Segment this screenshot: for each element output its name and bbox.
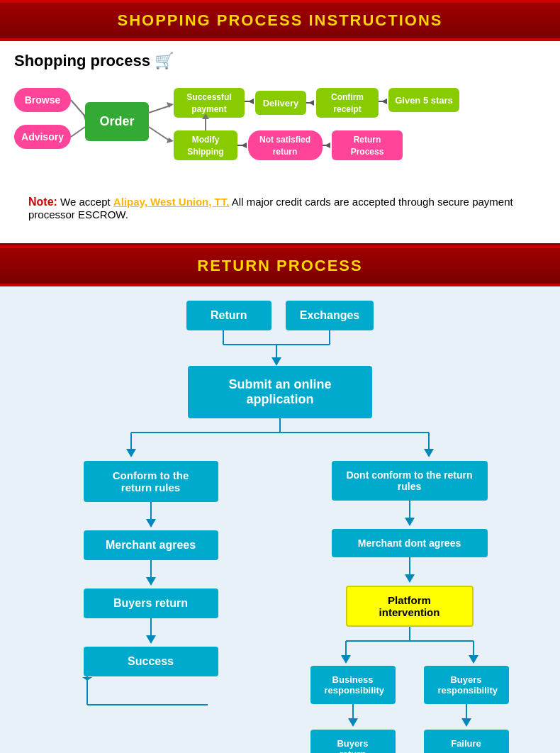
svg-marker-12 (167, 138, 174, 143)
svg-marker-48 (271, 357, 281, 366)
two-columns: Conform to the return rules Merchant agr… (32, 461, 528, 753)
feedback-arrow (80, 676, 222, 719)
arrow-not-conform (399, 501, 420, 529)
arrow-merchant (140, 560, 162, 589)
note-highlighted: Alipay, West Union, TT. (113, 196, 230, 208)
svg-line-5 (71, 127, 85, 137)
header-title: SHOPPING PROCESS INSTRUCTIONS (0, 11, 560, 30)
shopping-flow-diagram: Browse Advisory Order Succ (14, 81, 546, 187)
svg-text:return: return (273, 147, 298, 157)
note-text-before: We accept (60, 196, 113, 208)
page-wrapper: SHOPPING PROCESS INSTRUCTIONS Shopping p… (0, 0, 560, 753)
svg-marker-77 (461, 718, 471, 727)
merchant-agrees-box: Merchant agrees (84, 530, 218, 560)
svg-marker-54 (424, 449, 434, 457)
note-label: Note: (28, 196, 57, 208)
left-column: Conform to the return rules Merchant agr… (32, 461, 269, 719)
return-box: Return (186, 301, 271, 330)
svg-text:payment: payment (191, 104, 226, 114)
arrow-conform (140, 502, 162, 530)
buyers-col: Buyers responsibility Failure (417, 666, 516, 753)
svg-text:Not satisfied: Not satisfied (259, 135, 310, 145)
svg-text:Return: Return (354, 135, 381, 145)
arrow-buyers-resp (456, 704, 477, 730)
svg-text:Order: Order (99, 114, 134, 128)
merchant-dont-agrees-box: Merchant dont agrees (332, 529, 488, 557)
svg-text:Advisory: Advisory (21, 131, 64, 143)
return-section: Return Exchanges Submit an online applic… (0, 286, 560, 753)
split-connector-svg (32, 418, 528, 461)
business-col: Business responsibility Buyers return (303, 666, 403, 753)
buyers-return-left-box: Buyers return (84, 589, 218, 618)
buyers-responsibility-box: Buyers responsibility (424, 666, 509, 704)
header-banner: SHOPPING PROCESS INSTRUCTIONS (0, 0, 560, 41)
top-boxes: Return Exchanges (186, 301, 374, 330)
conform-box: Conform to the return rules (84, 461, 218, 502)
svg-text:Successful: Successful (186, 92, 231, 102)
platform-intervention-box: Platform intervention (346, 586, 474, 627)
svg-line-11 (149, 127, 170, 141)
svg-marker-56 (146, 519, 156, 528)
shopping-section: Shopping process 🛒 Browse Advisory Order (0, 41, 560, 245)
section-title-text: Shopping process (14, 52, 150, 70)
submit-box: Submit an online application (188, 366, 372, 418)
svg-line-9 (149, 106, 170, 113)
top-connector-svg (138, 330, 422, 366)
section-title: Shopping process 🛒 (14, 52, 546, 70)
return-header: RETURN PROCESS (0, 245, 560, 286)
svg-marker-58 (146, 577, 156, 586)
svg-marker-75 (348, 718, 358, 727)
success-box: Success (84, 647, 218, 676)
flow-svg: Browse Advisory Order Succ (14, 81, 546, 184)
note-section: Note: We accept Alipay, West Union, TT. … (14, 187, 546, 229)
not-conform-box: Dont conform to the return rules (332, 461, 488, 501)
business-responsibility-box: Business responsibility (310, 666, 396, 704)
arrow-biz (342, 704, 364, 730)
svg-marker-67 (405, 574, 415, 583)
arrow-buyers-left (140, 618, 162, 647)
svg-text:Delivery: Delivery (263, 98, 299, 108)
shopping-cart-icon: 🛒 (155, 52, 174, 70)
svg-marker-62 (82, 677, 92, 681)
bottom-split: Business responsibility Buyers return Bu… (303, 666, 516, 753)
svg-text:Modify: Modify (192, 135, 220, 145)
platform-split-svg (303, 627, 516, 666)
svg-marker-65 (405, 518, 415, 526)
svg-text:Process: Process (351, 147, 384, 157)
exchanges-box: Exchanges (286, 301, 374, 330)
svg-text:Confirm: Confirm (331, 92, 364, 102)
svg-marker-71 (341, 655, 351, 664)
return-header-title: RETURN PROCESS (0, 257, 560, 275)
svg-text:Browse: Browse (25, 94, 61, 106)
svg-text:Shipping: Shipping (187, 147, 223, 157)
return-flow: Return Exchanges Submit an online applic… (21, 301, 539, 753)
svg-marker-60 (146, 635, 156, 644)
right-column: Dont conform to the return rules Merchan… (291, 461, 528, 753)
buyers-return-right-box: Buyers return (310, 730, 396, 753)
svg-marker-52 (126, 449, 136, 457)
svg-marker-73 (469, 655, 478, 664)
arrow-platform (399, 557, 420, 586)
failure-box: Failure (424, 730, 509, 753)
svg-text:receipt: receipt (333, 104, 361, 114)
svg-text:Given 5 stars: Given 5 stars (395, 95, 453, 106)
